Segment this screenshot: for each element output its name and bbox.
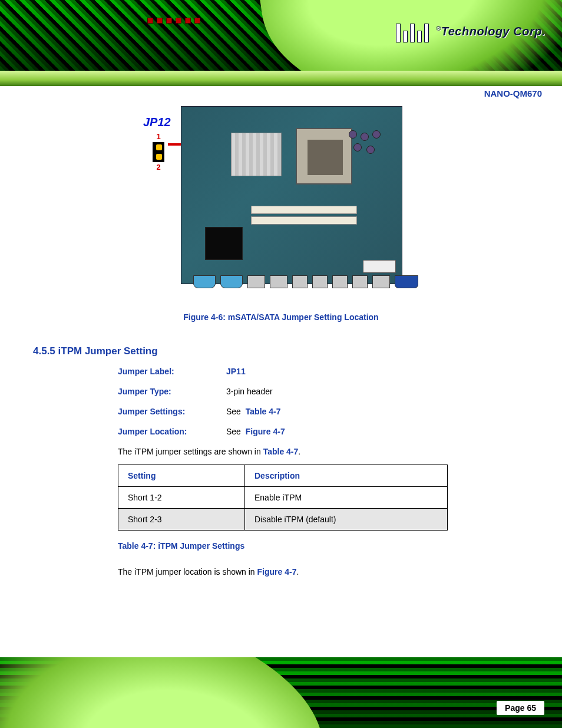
kv-value: See Table 4-7 bbox=[226, 407, 280, 416]
pcb-illustration bbox=[181, 106, 402, 284]
motherboard-figure: JP12 1 2 bbox=[157, 98, 405, 292]
kv-key: Jumper Label: bbox=[118, 367, 226, 376]
heatsink-icon bbox=[231, 133, 282, 176]
kv-row-settings: Jumper Settings: See Table 4-7 bbox=[118, 407, 562, 416]
table-ref-link[interactable]: Table 4-7 bbox=[246, 407, 281, 416]
section-title: iTPM Jumper Setting bbox=[58, 345, 158, 357]
jumper-info-list: Jumper Label: JP11 Jumper Type: 3-pin he… bbox=[118, 367, 562, 436]
section-heading: 4.5.5 iTPM Jumper Setting bbox=[33, 345, 562, 357]
figure-caption: Figure 4-6: mSATA/SATA Jumper Setting Lo… bbox=[0, 312, 562, 322]
jumper-icon bbox=[153, 142, 164, 162]
kv-value: JP11 bbox=[226, 367, 246, 376]
location-paragraph: The iTPM jumper location is shown in Fig… bbox=[118, 567, 562, 577]
jumper-pin-callout: 1 2 bbox=[153, 132, 164, 172]
rear-ports-icon bbox=[193, 275, 394, 289]
kv-row-type: Jumper Type: 3-pin header bbox=[118, 387, 562, 396]
table-row: Short 2-3 Disable iTPM (default) bbox=[118, 509, 448, 531]
kv-prefix: See bbox=[226, 427, 241, 436]
jumper-settings-table: Setting Description Short 1-2 Enable iTP… bbox=[118, 465, 448, 531]
brand-r: ® bbox=[436, 25, 441, 32]
jumper-label: JP12 bbox=[143, 116, 171, 129]
th-setting: Setting bbox=[118, 465, 245, 487]
kv-key: Jumper Type: bbox=[118, 387, 226, 396]
header-dots bbox=[147, 18, 200, 24]
kv-row-label: Jumper Label: JP11 bbox=[118, 367, 562, 376]
td-setting: Short 2-3 bbox=[118, 509, 245, 531]
pch-chip-icon bbox=[205, 227, 243, 260]
kv-value: See Figure 4-7 bbox=[226, 427, 285, 436]
th-description: Description bbox=[245, 465, 448, 487]
header-band bbox=[0, 71, 562, 86]
td-desc: Enable iTPM bbox=[245, 487, 448, 509]
dimm-slot-icon bbox=[251, 206, 357, 214]
kv-prefix: See bbox=[226, 407, 241, 416]
kv-key: Jumper Settings: bbox=[118, 407, 226, 416]
kv-value: 3-pin header bbox=[226, 387, 273, 396]
page-number: Page 65 bbox=[497, 701, 544, 715]
settings-paragraph: The iTPM jumper settings are shown in Ta… bbox=[118, 447, 562, 456]
table-header-row: Setting Description bbox=[118, 465, 448, 487]
brand-logo: ®Technology Corp. bbox=[396, 20, 546, 42]
capacitor-cluster-icon bbox=[349, 130, 384, 160]
dimm-slot-icon bbox=[251, 216, 357, 225]
table-ref-link[interactable]: Table 4-7 bbox=[263, 447, 299, 456]
iei-mark-icon bbox=[396, 20, 430, 42]
pin-top: 1 bbox=[153, 132, 164, 141]
para-text: The iTPM jumper location is shown in bbox=[118, 567, 255, 577]
figure-ref-link[interactable]: Figure 4-7 bbox=[246, 427, 285, 436]
para-period: . bbox=[296, 567, 299, 577]
para-period: . bbox=[298, 447, 300, 456]
para-text: The iTPM jumper settings are shown in bbox=[118, 447, 261, 456]
brand-name: Technology Corp. bbox=[441, 25, 546, 38]
cpu-socket-icon bbox=[296, 128, 352, 185]
page-body: JP12 1 2 bbox=[0, 88, 562, 585]
pin-bottom: 2 bbox=[153, 163, 164, 172]
kv-row-location: Jumper Location: See Figure 4-7 bbox=[118, 427, 562, 436]
section-number: 4.5.5 bbox=[33, 345, 55, 357]
page-footer: Page 65 bbox=[0, 657, 562, 728]
td-desc: Disable iTPM (default) bbox=[245, 509, 448, 531]
kv-key: Jumper Location: bbox=[118, 427, 226, 436]
td-setting: Short 1-2 bbox=[118, 487, 245, 509]
table-row: Short 1-2 Enable iTPM bbox=[118, 487, 448, 509]
table-caption: Table 4-7: iTPM Jumper Settings bbox=[118, 541, 562, 551]
figure-ref-link[interactable]: Figure 4-7 bbox=[257, 567, 297, 577]
page-header: ®Technology Corp. bbox=[0, 0, 562, 71]
brand-text: ®Technology Corp. bbox=[436, 25, 546, 38]
atx-power-icon bbox=[363, 260, 396, 273]
